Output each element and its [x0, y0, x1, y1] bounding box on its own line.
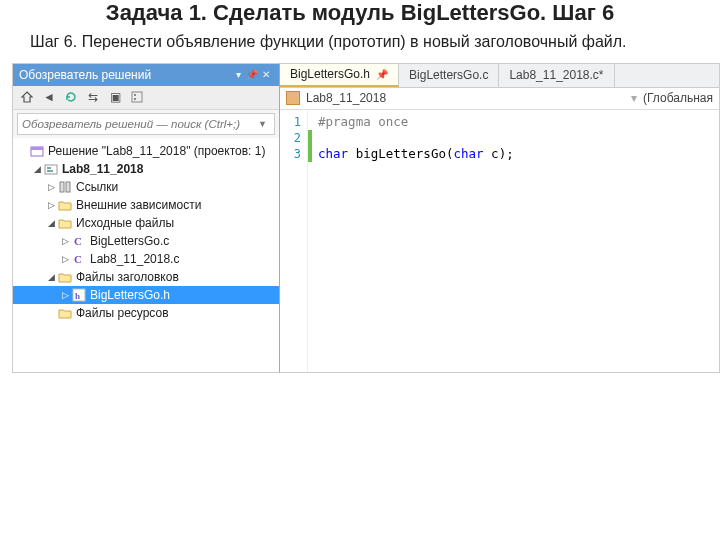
tree-file-node-selected[interactable]: ▷ h BigLettersGo.h — [13, 286, 279, 304]
slide-title: Задача 1. Сделать модуль BigLettersGo. Ш… — [0, 0, 720, 28]
svg-rect-6 — [47, 167, 51, 169]
expand-icon[interactable]: ▷ — [45, 182, 57, 192]
tree-source-folder-node[interactable]: ◢ Исходные файлы — [13, 214, 279, 232]
code-keyword: char — [453, 146, 483, 161]
scope-combo-label: (Глобальная — [643, 91, 713, 105]
svg-rect-4 — [31, 147, 43, 150]
expand-icon[interactable]: ▷ — [59, 290, 71, 300]
panel-titlebar[interactable]: Обозреватель решений ▾ 📌 ✕ — [13, 64, 279, 86]
code-pragma: #pragma once — [318, 114, 408, 129]
tree-label: Внешние зависимости — [76, 198, 201, 212]
collapse-icon[interactable]: ◢ — [45, 272, 57, 282]
properties-icon[interactable] — [129, 89, 145, 105]
code-editor-panel: BigLettersGo.h 📌 BigLettersGo.c Lab8_11_… — [280, 63, 720, 373]
expand-icon[interactable]: ▷ — [59, 236, 71, 246]
svg-rect-1 — [134, 94, 136, 96]
panel-title-label: Обозреватель решений — [19, 68, 231, 82]
expand-icon[interactable]: ▷ — [45, 200, 57, 210]
folder-icon — [57, 305, 73, 321]
folder-icon — [57, 269, 73, 285]
tree-project-node[interactable]: ◢ Lab8_11_2018 — [13, 160, 279, 178]
tab-label: Lab8_11_2018.c* — [509, 68, 603, 82]
svg-rect-2 — [134, 98, 136, 100]
tree-label: BigLettersGo.c — [90, 234, 169, 248]
tree-label: Ссылки — [76, 180, 118, 194]
tree-label: Lab8_11_2018 — [62, 162, 143, 176]
code-ident: c); — [484, 146, 514, 161]
line-number: 1 — [280, 114, 301, 130]
search-input[interactable] — [22, 118, 255, 130]
project-combo[interactable]: Lab8_11_2018 — [306, 91, 386, 105]
home-icon[interactable] — [19, 89, 35, 105]
tab-label: BigLettersGo.h — [290, 67, 370, 81]
search-box[interactable]: ▼ — [17, 113, 275, 135]
tree-label: Файлы заголовков — [76, 270, 179, 284]
solution-explorer-panel: Обозреватель решений ▾ 📌 ✕ ◄ ⇆ ▣ ▼ — [12, 63, 280, 373]
tree-label: Исходные файлы — [76, 216, 174, 230]
tree-solution-node[interactable]: Решение "Lab8_11_2018" (проектов: 1) — [13, 142, 279, 160]
tab-label: BigLettersGo.c — [409, 68, 488, 82]
svg-rect-5 — [45, 165, 57, 174]
back-icon[interactable]: ◄ — [41, 89, 57, 105]
code-area[interactable]: 1 2 3 #pragma once char bigLettersGo(cha… — [280, 110, 719, 372]
svg-text:C: C — [74, 253, 82, 265]
tree-file-node[interactable]: ▷ C BigLettersGo.c — [13, 232, 279, 250]
line-gutter: 1 2 3 — [280, 110, 308, 372]
collapse-icon[interactable]: ◢ — [45, 218, 57, 228]
collapse-icon[interactable]: ◢ — [31, 164, 43, 174]
pin-icon[interactable]: 📌 — [376, 69, 388, 80]
svg-text:C: C — [74, 235, 82, 247]
combo-separator: ▾ — [631, 91, 637, 105]
panel-toolbar: ◄ ⇆ ▣ — [13, 86, 279, 110]
dropdown-icon[interactable]: ▾ — [231, 69, 245, 80]
solution-tree: Решение "Lab8_11_2018" (проектов: 1) ◢ L… — [13, 138, 279, 372]
project-combo-label: Lab8_11_2018 — [306, 91, 386, 105]
references-icon — [57, 179, 73, 195]
close-icon[interactable]: ✕ — [259, 69, 273, 80]
chevron-down-icon[interactable]: ▼ — [255, 119, 270, 129]
tree-label: BigLettersGo.h — [90, 288, 170, 302]
slide-instruction: Шаг 6. Перенести объявление функции (про… — [0, 28, 720, 63]
tree-label: Решение "Lab8_11_2018" (проектов: 1) — [48, 144, 265, 158]
tab-biglettersgo-h[interactable]: BigLettersGo.h 📌 — [280, 64, 399, 87]
tree-references-node[interactable]: ▷ Ссылки — [13, 178, 279, 196]
line-number: 2 — [280, 130, 301, 146]
tree-label: Lab8_11_2018.c — [90, 252, 179, 266]
tree-headers-folder-node[interactable]: ◢ Файлы заголовков — [13, 268, 279, 286]
svg-rect-8 — [60, 182, 64, 192]
c-file-icon: C — [71, 233, 87, 249]
line-number: 3 — [280, 146, 301, 162]
tab-lab8-c[interactable]: Lab8_11_2018.c* — [499, 64, 614, 87]
project-icon — [43, 161, 59, 177]
code-text[interactable]: #pragma once char bigLettersGo(char c); — [312, 110, 514, 372]
svg-rect-7 — [47, 170, 53, 172]
folder-icon — [57, 197, 73, 213]
code-keyword: char — [318, 146, 348, 161]
h-file-icon: h — [71, 287, 87, 303]
tree-resources-folder-node[interactable]: Файлы ресурсов — [13, 304, 279, 322]
ide-window: Обозреватель решений ▾ 📌 ✕ ◄ ⇆ ▣ ▼ — [12, 63, 720, 373]
sync-icon[interactable]: ⇆ — [85, 89, 101, 105]
editor-navbar: Lab8_11_2018 ▾ (Глобальная — [280, 88, 719, 110]
editor-tabstrip: BigLettersGo.h 📌 BigLettersGo.c Lab8_11_… — [280, 64, 719, 88]
code-ident: bigLettersGo( — [348, 146, 453, 161]
refresh-icon[interactable] — [63, 89, 79, 105]
tab-biglettersgo-c[interactable]: BigLettersGo.c — [399, 64, 499, 87]
tree-label: Файлы ресурсов — [76, 306, 169, 320]
folder-icon — [57, 215, 73, 231]
tree-external-deps-node[interactable]: ▷ Внешние зависимости — [13, 196, 279, 214]
svg-rect-9 — [66, 182, 70, 192]
project-icon — [286, 91, 300, 105]
pin-icon[interactable]: 📌 — [245, 69, 259, 80]
tree-file-node[interactable]: ▷ C Lab8_11_2018.c — [13, 250, 279, 268]
c-file-icon: C — [71, 251, 87, 267]
expand-icon[interactable]: ▷ — [59, 254, 71, 264]
svg-text:h: h — [75, 291, 80, 301]
filter-icon[interactable]: ▣ — [107, 89, 123, 105]
scope-combo[interactable]: (Глобальная — [643, 91, 713, 105]
svg-rect-0 — [132, 92, 142, 102]
solution-icon — [29, 143, 45, 159]
